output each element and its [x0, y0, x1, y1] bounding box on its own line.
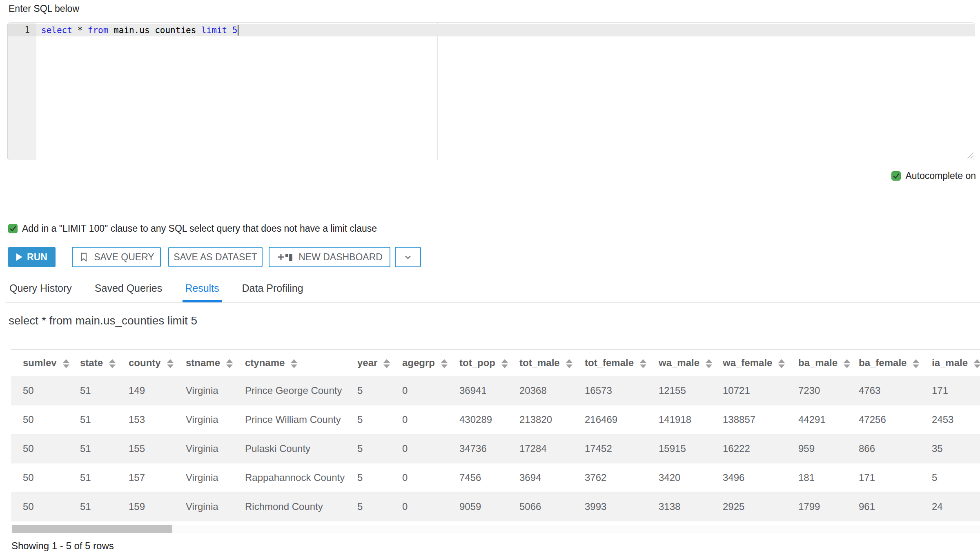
sort-arrows-icon[interactable] [706, 359, 712, 368]
limit-clause-toggle[interactable]: Add in a "LIMIT 100" clause to any SQL s… [8, 223, 377, 234]
cell: 9059 [448, 492, 508, 521]
cell: 216469 [573, 405, 647, 434]
column-header-state[interactable]: state [68, 350, 117, 376]
toolbar: RUN SAVE QUERY SAVE AS DATASET NEW DASHB… [8, 247, 421, 267]
cell: 5 [345, 463, 390, 492]
cell: Virginia [174, 463, 233, 492]
sort-arrows-icon[interactable] [441, 359, 448, 368]
cell: 16222 [711, 434, 786, 463]
sort-arrows-icon[interactable] [291, 359, 297, 368]
cell: 171 [847, 463, 920, 492]
sort-arrows-icon[interactable] [109, 359, 116, 368]
cell: 51 [68, 405, 117, 434]
table-row: 5051155VirginiaPulaski County50347361728… [11, 434, 980, 463]
column-label: year [357, 357, 377, 368]
tab-results[interactable]: Results [185, 282, 219, 303]
autocomplete-label: Autocomplete on [905, 170, 976, 181]
cell: 141918 [647, 405, 711, 434]
cell: 5 [345, 376, 390, 405]
cell: Virginia [174, 492, 233, 521]
cell: 15915 [647, 434, 711, 463]
editor-resize-handle[interactable] [967, 152, 973, 159]
results-table-container: sumlevstatecountystnamectynameyearagegrp… [11, 349, 980, 521]
cell: 0 [390, 492, 448, 521]
tab-saved-queries[interactable]: Saved Queries [95, 282, 162, 303]
tab-data-profiling[interactable]: Data Profiling [242, 282, 303, 303]
sort-arrows-icon[interactable] [63, 359, 69, 368]
column-label: ia_male [932, 357, 968, 368]
tab-query-history[interactable]: Query History [9, 282, 72, 303]
active-line[interactable]: select * from main.us_counties limit 5 [36, 24, 975, 36]
checkbox-checked-icon[interactable] [891, 171, 901, 181]
run-button-label: RUN [27, 252, 47, 263]
run-button[interactable]: RUN [8, 247, 56, 267]
column-label: stname [186, 357, 220, 368]
column-header-ba_female[interactable]: ba_female [847, 350, 920, 376]
cell: 44291 [786, 405, 847, 434]
cell: 157 [117, 463, 174, 492]
cell: 155 [117, 434, 174, 463]
new-dashboard-label: NEW DASHBOARD [298, 252, 383, 263]
autocomplete-toggle[interactable]: Autocomplete on [891, 170, 976, 181]
column-label: wa_male [659, 357, 699, 368]
table-header: sumlevstatecountystnamectynameyearagegrp… [11, 350, 980, 376]
checkbox-checked-icon[interactable] [8, 224, 18, 233]
column-header-wa_male[interactable]: wa_male [647, 350, 711, 376]
sql-editor-label: Enter SQL below [9, 3, 79, 14]
column-header-year[interactable]: year [345, 350, 390, 376]
column-header-stname[interactable]: stname [174, 350, 233, 376]
cell: 3694 [508, 463, 573, 492]
cell: 3420 [647, 463, 711, 492]
sort-arrows-icon[interactable] [566, 359, 572, 368]
column-label: wa_female [723, 357, 772, 368]
sql-token: limit [201, 25, 232, 35]
new-dashboard-button[interactable]: NEW DASHBOARD [269, 247, 390, 267]
column-header-tot_pop[interactable]: tot_pop [448, 350, 508, 376]
cell: 51 [68, 463, 117, 492]
cell: 5 [920, 463, 980, 492]
horizontal-scrollbar[interactable] [11, 525, 980, 533]
sort-arrows-icon[interactable] [913, 359, 919, 368]
cell: 7456 [448, 463, 508, 492]
cell: 0 [390, 405, 448, 434]
sort-arrows-icon[interactable] [778, 359, 785, 368]
save-as-dataset-button[interactable]: SAVE AS DATASET [168, 247, 263, 267]
column-header-ia_male[interactable]: ia_male [920, 350, 980, 376]
save-query-button[interactable]: SAVE QUERY [72, 247, 161, 267]
sort-arrows-icon[interactable] [844, 359, 850, 368]
cell: 34736 [448, 434, 508, 463]
sort-arrows-icon[interactable] [383, 359, 390, 368]
column-header-agegrp[interactable]: agegrp [390, 350, 448, 376]
column-header-wa_female[interactable]: wa_female [711, 350, 786, 376]
cell: 20368 [508, 376, 573, 405]
scrollbar-thumb[interactable] [12, 525, 172, 533]
sql-lab-page: Enter SQL below 1 select * from main.us_… [0, 0, 980, 559]
column-header-county[interactable]: county [117, 350, 174, 376]
cell: 50 [11, 434, 68, 463]
cell: 50 [11, 405, 68, 434]
table-body: 5051149VirginiaPrince George County50369… [11, 376, 980, 521]
column-header-sumlev[interactable]: sumlev [11, 350, 68, 376]
sort-arrows-icon[interactable] [226, 359, 233, 368]
column-header-tot_male[interactable]: tot_male [508, 350, 573, 376]
cell: 12155 [647, 376, 711, 405]
cell: 430289 [448, 405, 508, 434]
query-title: select * from main.us_counties limit 5 [9, 314, 197, 327]
sort-arrows-icon[interactable] [501, 359, 508, 368]
cell: 149 [117, 376, 174, 405]
cell: 959 [786, 434, 847, 463]
sql-code-editor[interactable]: 1 select * from main.us_counties limit 5 [7, 22, 975, 160]
cell: 0 [390, 463, 448, 492]
sort-arrows-icon[interactable] [167, 359, 174, 368]
column-header-ctyname[interactable]: ctyname [233, 350, 345, 376]
row-count-status: Showing 1 - 5 of 5 rows [11, 540, 114, 552]
column-header-tot_female[interactable]: tot_female [573, 350, 647, 376]
column-label: tot_female [585, 357, 634, 368]
sort-arrows-icon[interactable] [640, 359, 646, 368]
sql-token: 5 [232, 25, 238, 35]
cell: Rappahannock County [233, 463, 345, 492]
sort-arrows-icon[interactable] [974, 359, 980, 368]
more-options-button[interactable] [395, 247, 421, 267]
column-header-ba_male[interactable]: ba_male [786, 350, 847, 376]
tab-divider [6, 302, 980, 303]
